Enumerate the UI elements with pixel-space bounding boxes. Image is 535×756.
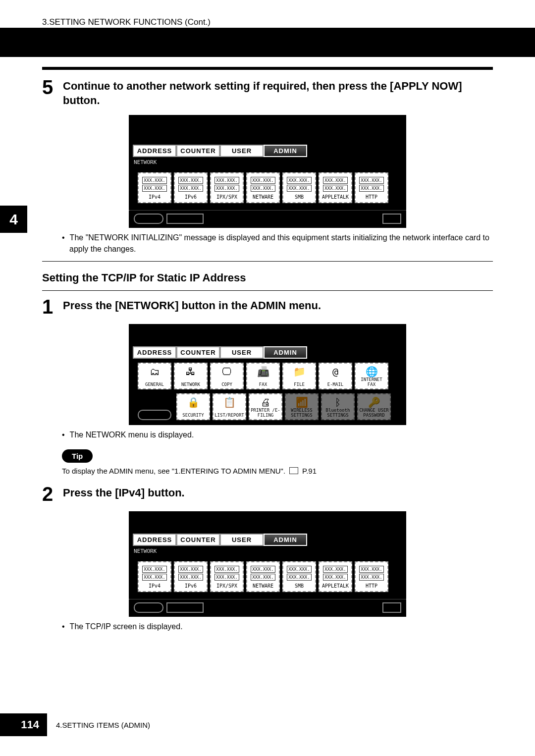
admin-internet-fax[interactable]: 🌐INTERNET FAX bbox=[355, 363, 388, 389]
opt-appletalk[interactable]: XXX.XXX.XXX.XXX.APPLETALK bbox=[319, 172, 352, 203]
tip-page-ref: P.91 bbox=[302, 467, 317, 475]
page-number: 114 bbox=[0, 713, 47, 736]
step-instruction: Continue to another network setting if r… bbox=[63, 77, 493, 108]
return-button[interactable]: RETURN bbox=[134, 602, 163, 613]
opt-http[interactable]: XXX.XXX.XXX.XXX.HTTP bbox=[355, 172, 388, 203]
screenshot-admin-menu: ADDRESS COUNTER USER ADMIN 🗂GENERAL 🖧NET… bbox=[129, 324, 406, 425]
tab-row: ADDRESS COUNTER USER ADMIN bbox=[129, 346, 406, 359]
admin-general[interactable]: 🗂GENERAL bbox=[138, 363, 171, 389]
fax-icon: 📠 bbox=[247, 367, 279, 377]
opt-ipv6[interactable]: XXX.XXX.XXX.XXX.IPv6 bbox=[174, 172, 208, 203]
tab-counter[interactable]: COUNTER bbox=[176, 534, 220, 546]
list-report-icon: 📋 bbox=[214, 397, 245, 407]
tab-row: ADDRESS COUNTER USER ADMIN bbox=[129, 534, 406, 546]
section-heading: Setting the TCP/IP for Static IP Address bbox=[42, 271, 493, 284]
step5-note: The "NETWORK INITIALIZING" message is di… bbox=[42, 232, 493, 255]
admin-wireless: 📶WIRELESS SETTINGS bbox=[285, 393, 319, 420]
opt-http[interactable]: XXX.XXX.XXX.XXX.HTTP bbox=[355, 561, 388, 592]
page-header: 3.SETTING NETWORK FUNCTIONS (Cont.) bbox=[0, 0, 535, 57]
step-instruction: Press the [IPv4] button. bbox=[63, 484, 185, 500]
admin-fax[interactable]: 📠FAX bbox=[246, 363, 280, 389]
opt-smb[interactable]: XXX.XXX.XXX.XXX.SMB bbox=[282, 172, 316, 203]
admin-printer-efiling[interactable]: 🖨PRINTER /E-FILING bbox=[249, 393, 282, 420]
screenshot-network: ADDRESS COUNTER USER ADMIN NETWORK XXX.X… bbox=[129, 115, 406, 228]
tab-address[interactable]: ADDRESS bbox=[133, 145, 176, 157]
tab-user[interactable]: USER bbox=[220, 145, 264, 157]
admin-bluetooth: ᛒBluetooth SETTINGS bbox=[321, 393, 355, 420]
bluetooth-icon: ᛒ bbox=[322, 397, 354, 407]
network-icon: 🖧 bbox=[175, 367, 207, 377]
opt-ipv4[interactable]: XXX.XXX.XXX.XXX.IPv4 bbox=[138, 172, 171, 203]
admin-security[interactable]: 🔒SECURITY bbox=[176, 393, 210, 420]
step-instruction: Press the [NETWORK] button in the ADMIN … bbox=[63, 297, 321, 313]
internet-fax-icon: 🌐 bbox=[356, 367, 387, 377]
wireless-icon: 📶 bbox=[286, 397, 318, 407]
book-icon bbox=[289, 467, 298, 474]
admin-copy[interactable]: 🖵COPY bbox=[210, 363, 244, 389]
tab-row: ADDRESS COUNTER USER ADMIN bbox=[129, 145, 406, 157]
tab-counter[interactable]: COUNTER bbox=[176, 145, 220, 157]
screen-crumb: NETWORK bbox=[129, 157, 406, 167]
admin-change-password: 🔑CHANGE USER PASSWORD bbox=[357, 393, 391, 420]
opt-smb[interactable]: XXX.XXX.XXX.XXX.SMB bbox=[282, 561, 316, 592]
general-icon: 🗂 bbox=[139, 367, 170, 377]
rule bbox=[42, 261, 493, 262]
admin-network[interactable]: 🖧NETWORK bbox=[174, 363, 208, 389]
opt-netware[interactable]: XXX.XXX.XXX.XXX.NETWARE bbox=[246, 561, 280, 592]
rule bbox=[42, 290, 493, 291]
return-button[interactable]: RETURN bbox=[134, 214, 163, 224]
opt-ipv6[interactable]: XXX.XXX.XXX.XXX.IPv6 bbox=[174, 561, 208, 592]
opt-ipv4[interactable]: XXX.XXX.XXX.XXX.IPv4 bbox=[138, 561, 171, 592]
step-number: 1 bbox=[42, 297, 63, 317]
opt-netware[interactable]: XXX.XXX.XXX.XXX.NETWARE bbox=[246, 172, 280, 203]
footer-label: 4.SETTING ITEMS (ADMIN) bbox=[56, 721, 150, 729]
step-5: 5 Continue to another network setting if… bbox=[42, 77, 493, 108]
rule bbox=[42, 67, 493, 70]
file-icon: 📁 bbox=[283, 367, 315, 377]
tab-address[interactable]: ADDRESS bbox=[133, 346, 176, 359]
screen-crumb: NETWORK bbox=[129, 546, 406, 556]
header-breadcrumb: 3.SETTING NETWORK FUNCTIONS (Cont.) bbox=[42, 17, 211, 27]
email-icon: @ bbox=[320, 367, 351, 377]
opt-appletalk[interactable]: XXX.XXX.XXX.XXX.APPLETALK bbox=[319, 561, 352, 592]
opt-ipxspx[interactable]: XXX.XXX.XXX.XXX.IPX/SPX bbox=[210, 172, 244, 203]
tab-counter[interactable]: COUNTER bbox=[176, 346, 220, 359]
copy-icon: 🖵 bbox=[211, 367, 243, 377]
step-1: 1 Press the [NETWORK] button in the ADMI… bbox=[42, 297, 493, 317]
printer-icon: 🖨 bbox=[250, 397, 281, 407]
admin-email[interactable]: @E-MAIL bbox=[319, 363, 352, 389]
opt-ipxspx[interactable]: XXX.XXX.XXX.XXX.IPX/SPX bbox=[210, 561, 244, 592]
next-button[interactable]: Next bbox=[382, 602, 402, 613]
apply-now-button[interactable]: APPLY NOW bbox=[166, 602, 204, 613]
step-number: 5 bbox=[42, 77, 63, 97]
tab-address[interactable]: ADDRESS bbox=[133, 534, 176, 546]
next-button[interactable]: Next bbox=[382, 214, 402, 224]
tab-user[interactable]: USER bbox=[220, 346, 264, 359]
tip-text: To display the ADMIN menu, see "1.ENTERI… bbox=[42, 467, 493, 475]
page-footer: 114 4.SETTING ITEMS (ADMIN) bbox=[0, 713, 535, 736]
security-icon: 🔒 bbox=[177, 397, 209, 407]
tab-user[interactable]: USER bbox=[220, 534, 264, 546]
chapter-tab: 4 bbox=[0, 206, 27, 233]
step2-note: The TCP/IP screen is displayed. bbox=[42, 621, 493, 632]
step-2: 2 Press the [IPv4] button. bbox=[42, 484, 493, 504]
tab-admin[interactable]: ADMIN bbox=[264, 534, 307, 546]
tab-admin[interactable]: ADMIN bbox=[264, 145, 307, 157]
screenshot-network-2: ADDRESS COUNTER USER ADMIN NETWORK XXX.X… bbox=[129, 511, 406, 617]
admin-list-report[interactable]: 📋LIST/REPORT bbox=[213, 393, 246, 420]
tab-admin[interactable]: ADMIN bbox=[264, 346, 307, 359]
tip-badge: Tip bbox=[62, 449, 93, 463]
step-number: 2 bbox=[42, 484, 63, 504]
apply-now-button[interactable]: APPLY NOW bbox=[166, 214, 204, 224]
return-button[interactable]: RETURN bbox=[138, 410, 171, 420]
password-icon: 🔑 bbox=[358, 397, 390, 407]
admin-file[interactable]: 📁FILE bbox=[282, 363, 316, 389]
step1-note: The NETWORK menu is displayed. bbox=[42, 429, 493, 440]
tip-body: To display the ADMIN menu, see "1.ENTERI… bbox=[62, 467, 285, 475]
